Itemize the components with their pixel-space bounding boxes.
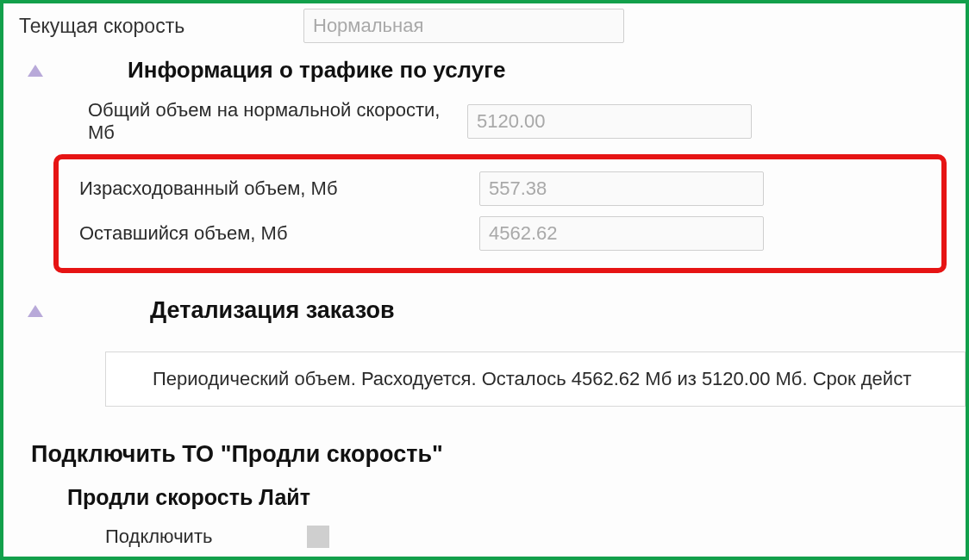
row-used-volume: Израсходованный объем, Мб 557.38 — [79, 171, 921, 206]
connect-section-title: Подключить ТО "Продли скорость" — [31, 441, 966, 468]
plan-title: Продли скорость Лайт — [67, 485, 966, 510]
traffic-section-title: Информация о трафике по услуге — [128, 57, 506, 84]
orders-detail-text: Периодический объем. Расходуется. Остало… — [153, 368, 911, 389]
collapse-icon — [28, 305, 43, 317]
row-remaining-volume: Оставшийся объем, Мб 4562.62 — [79, 216, 921, 251]
current-speed-label: Текущая скорость — [19, 15, 303, 38]
row-current-speed: Текущая скорость Нормальная — [19, 9, 966, 43]
row-total-volume: Общий объем на нормальной скорости, Мб 5… — [88, 99, 966, 144]
total-volume-label: Общий объем на нормальной скорости, Мб — [88, 99, 467, 144]
total-volume-value: 5120.00 — [467, 104, 752, 139]
remaining-volume-label: Оставшийся объем, Мб — [79, 222, 479, 245]
used-volume-label: Израсходованный объем, Мб — [79, 177, 479, 200]
used-volume-value: 557.38 — [479, 171, 764, 206]
orders-section-title: Детализация заказов — [150, 297, 395, 324]
traffic-section-header[interactable]: Информация о трафике по услуге — [28, 57, 966, 84]
enable-checkbox[interactable] — [307, 526, 329, 548]
orders-section-header[interactable]: Детализация заказов — [28, 297, 966, 324]
highlight-box: Израсходованный объем, Мб 557.38 Оставши… — [53, 154, 947, 273]
plan-fields: Подключить Включенный объем, Мб 1024 — [19, 526, 966, 560]
orders-detail-row[interactable]: Периодический объем. Расходуется. Остало… — [105, 352, 966, 407]
collapse-icon — [28, 65, 43, 77]
enable-label: Подключить — [105, 526, 307, 548]
remaining-volume-value: 4562.62 — [479, 216, 764, 251]
row-enable: Подключить — [105, 526, 966, 548]
current-speed-value: Нормальная — [303, 9, 624, 43]
settings-panel: Текущая скорость Нормальная Информация о… — [0, 0, 969, 560]
